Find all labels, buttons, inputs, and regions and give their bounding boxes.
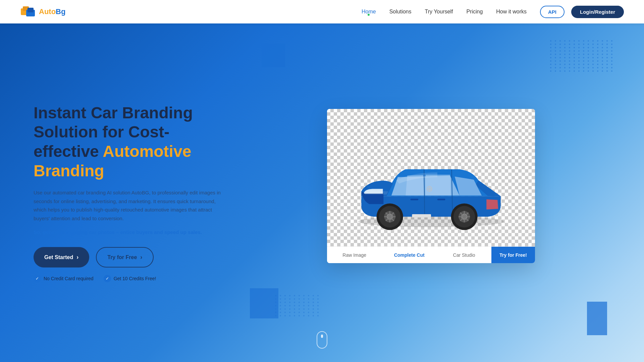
badge-label-1: No Credit Card required: [44, 276, 94, 281]
deco-square-bottom-left: [250, 288, 278, 318]
logo[interactable]: AutoBg: [20, 4, 65, 20]
dots-pattern-top-right: // Will be generated via JS below: [550, 40, 604, 87]
api-button[interactable]: API: [540, 6, 565, 18]
badge-label-2: Get 10 Credits Free!: [114, 276, 156, 281]
hero-title-line1: Instant Car Branding Solution for Cost-: [34, 104, 193, 141]
nav-link-try-yourself[interactable]: Try Yourself: [425, 9, 453, 14]
nav-link-home[interactable]: Home: [362, 9, 376, 14]
tab-complete-cut[interactable]: Complete Cut: [382, 247, 436, 263]
scroll-dot: [321, 335, 323, 338]
try-for-free-tab-button[interactable]: Try for Free!: [491, 247, 535, 263]
deco-square-top-left: [262, 44, 285, 67]
hero-buttons: Get Started › Try for Free ›: [34, 247, 231, 267]
svg-rect-29: [412, 214, 431, 217]
svg-rect-27: [411, 198, 419, 200]
svg-rect-28: [437, 198, 445, 200]
car-image-container: Raw Image Complete Cut Car Studio Try fo…: [327, 109, 535, 263]
image-tabs-bar: Raw Image Complete Cut Car Studio Try fo…: [327, 246, 535, 263]
nav-link-how-it-works[interactable]: How it works: [496, 9, 527, 14]
car-image: [334, 116, 528, 245]
nav-link-solutions[interactable]: Solutions: [389, 9, 412, 14]
try-free-arrow-icon: ›: [140, 254, 142, 261]
tab-car-studio[interactable]: Car Studio: [437, 247, 491, 263]
login-register-button[interactable]: Login/Register: [571, 6, 624, 18]
nav-item-solutions[interactable]: Solutions: [389, 9, 412, 15]
nav-item-home[interactable]: Home: [362, 9, 376, 15]
deco-square-bottom-right: [587, 302, 607, 335]
car-svg: [340, 123, 522, 237]
check-icon-2: ✓: [104, 275, 111, 282]
no-credit-card-badge: ✓ No Credit Card required: [34, 275, 94, 282]
svg-rect-3: [28, 8, 34, 12]
logo-text: AutoBg: [39, 7, 65, 16]
hero-title: Instant Car Branding Solution for Cost- …: [34, 103, 231, 180]
hero-cta-text: So, generate engaging car photos – entic…: [34, 229, 231, 235]
nav-links: Home Solutions Try Yourself Pricing How …: [362, 9, 527, 15]
hero-left: Instant Car Branding Solution for Cost- …: [34, 103, 252, 282]
nav-item-how-it-works[interactable]: How it works: [496, 9, 527, 15]
tab-raw-image[interactable]: Raw Image: [327, 247, 382, 263]
nav-link-pricing[interactable]: Pricing: [466, 9, 483, 14]
hero-section: Instant Car Branding Solution for Cost- …: [0, 23, 644, 362]
hero-right: // Will be generated via JS below: [252, 23, 610, 362]
dots-pattern-bottom-left: [275, 295, 312, 325]
hero-description: Use our automated car branding AI soluti…: [34, 188, 221, 223]
get-started-button[interactable]: Get Started ›: [34, 247, 89, 267]
navbar: AutoBg Home Solutions Try Yourself Prici…: [0, 0, 644, 23]
free-credits-badge: ✓ Get 10 Credits Free!: [104, 275, 156, 282]
nav-item-pricing[interactable]: Pricing: [466, 9, 483, 15]
try-for-free-button[interactable]: Try for Free ›: [96, 247, 154, 267]
nav-item-try-yourself[interactable]: Try Yourself: [425, 9, 453, 15]
scroll-indicator: [317, 331, 327, 349]
get-started-arrow-icon: ›: [76, 254, 78, 261]
check-icon-1: ✓: [34, 275, 41, 282]
hero-title-line2-plain: effective: [34, 142, 103, 160]
logo-icon: [20, 4, 36, 20]
hero-badges: ✓ No Credit Card required ✓ Get 10 Credi…: [34, 275, 231, 282]
